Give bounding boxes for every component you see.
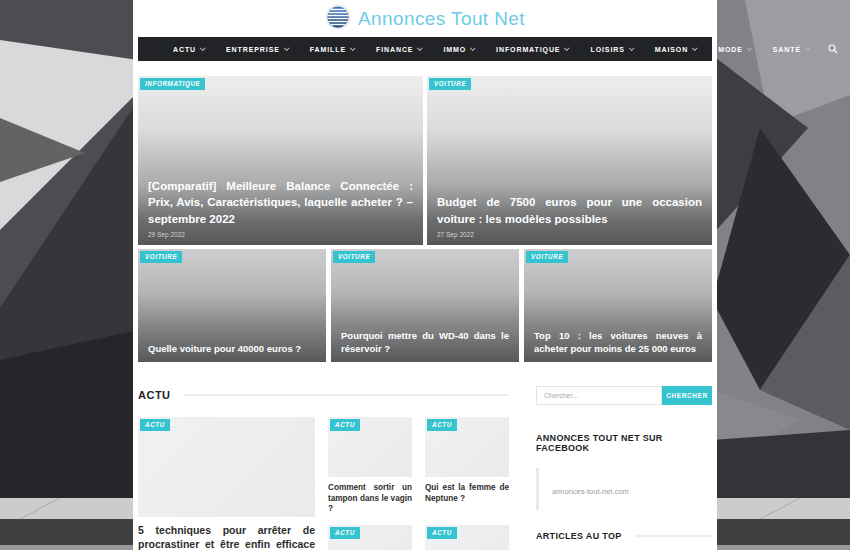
- featured-row-large: INFORMATIQUE [Comparatif] Meilleure Bala…: [138, 76, 712, 245]
- facebook-heading-row: ANNONCES TOUT NET SUR FACEBOOK: [536, 433, 712, 453]
- article-title[interactable]: 5 techniques pour arrêter de procrastine…: [138, 524, 315, 550]
- actu-article[interactable]: ACTU Comment sortir un tampon dans le va…: [328, 417, 412, 515]
- article-image: ACTU: [425, 525, 509, 550]
- article-image: ACTU: [328, 417, 412, 477]
- section-title: ACTU: [138, 389, 171, 401]
- nav-item-mode[interactable]: MODE: [707, 37, 762, 61]
- heading-divider: [184, 394, 509, 396]
- category-badge[interactable]: VOITURE: [333, 251, 375, 263]
- article-title[interactable]: Budget de 7500 euros pour une occasion v…: [437, 194, 702, 227]
- category-badge[interactable]: VOITURE: [526, 251, 568, 263]
- actu-article[interactable]: ACTU: [328, 525, 412, 550]
- category-badge[interactable]: VOITURE: [429, 78, 471, 90]
- chevron-down-icon: [350, 45, 356, 51]
- search-icon[interactable]: [820, 37, 846, 61]
- facebook-link[interactable]: annonces-tout-net.com: [552, 487, 629, 496]
- content-column: Annonces Tout Net ACTU ENTREPRISE FAMILL…: [133, 0, 717, 550]
- category-badge[interactable]: VOITURE: [140, 251, 182, 263]
- site-title[interactable]: Annonces Tout Net: [358, 8, 525, 30]
- chevron-down-icon: [747, 45, 753, 51]
- category-badge[interactable]: ACTU: [427, 419, 457, 431]
- chevron-down-icon: [564, 45, 570, 51]
- sidebar-heading: ARTICLES AU TOP: [536, 531, 622, 541]
- chevron-down-icon: [805, 45, 811, 51]
- chevron-down-icon: [629, 45, 635, 51]
- featured-row-small: VOITURE Quelle voiture pour 40000 euros …: [138, 249, 712, 362]
- category-badge[interactable]: ACTU: [427, 527, 457, 539]
- actu-heading-row: ACTU: [138, 388, 509, 402]
- article-title[interactable]: Qui est la femme de Neptune ?: [425, 483, 509, 504]
- sidebar: CHERCHER ANNONCES TOUT NET SUR FACEBOOK …: [536, 376, 712, 550]
- nav-item-maison[interactable]: MAISON: [644, 37, 707, 61]
- heading-divider: [635, 535, 712, 537]
- featured-article[interactable]: INFORMATIQUE [Comparatif] Meilleure Bala…: [138, 76, 423, 245]
- article-title[interactable]: Quelle voiture pour 40000 euros ?: [148, 342, 316, 355]
- article-title[interactable]: Pourquoi mettre du WD-40 dans le réservo…: [341, 329, 509, 355]
- nav-item-loisirs[interactable]: LOISIRS: [579, 37, 643, 61]
- article-title[interactable]: Top 10 : les voitures neuves à acheter p…: [534, 329, 702, 355]
- category-badge[interactable]: INFORMATIQUE: [140, 78, 205, 90]
- article-image: ACTU: [328, 525, 412, 550]
- article-image: ACTU: [425, 417, 509, 477]
- site-header: Annonces Tout Net: [138, 0, 712, 37]
- category-badge[interactable]: ACTU: [330, 419, 360, 431]
- actu-lead-article[interactable]: ACTU 5 techniques pour arrêter de procra…: [138, 417, 315, 550]
- featured-article[interactable]: VOITURE Top 10 : les voitures neuves à a…: [524, 249, 712, 362]
- nav-item-entreprise[interactable]: ENTREPRISE: [215, 37, 299, 61]
- search-input[interactable]: [536, 386, 662, 405]
- nav-item-immo[interactable]: IMMO: [432, 37, 485, 61]
- chevron-down-icon: [200, 45, 206, 51]
- actu-article[interactable]: ACTU Qui est la femme de Neptune ?: [425, 417, 509, 515]
- nav-item-actu[interactable]: ACTU: [162, 37, 215, 61]
- featured-article[interactable]: VOITURE Pourquoi mettre du WD-40 dans le…: [331, 249, 519, 362]
- nav-item-finance[interactable]: FINANCE: [365, 37, 432, 61]
- nav-item-sante[interactable]: SANTÉ: [762, 37, 820, 61]
- search-submit-button[interactable]: CHERCHER: [662, 386, 712, 405]
- main-navigation: ACTU ENTREPRISE FAMILLE FINANCE IMMO INF…: [138, 37, 712, 61]
- article-date: 27 Sep 2022: [437, 231, 702, 238]
- actu-section: ACTU ACTU 5 techniques pour arrêter de p…: [138, 376, 712, 550]
- article-title[interactable]: [Comparatif] Meilleure Balance Connectée…: [148, 178, 413, 228]
- chevron-down-icon: [692, 45, 698, 51]
- top-articles-heading-row: ARTICLES AU TOP: [536, 531, 712, 541]
- chevron-down-icon: [417, 45, 423, 51]
- nav-item-informatique[interactable]: INFORMATIQUE: [485, 37, 579, 61]
- chevron-down-icon: [470, 45, 476, 51]
- article-date: 29 Sep 2022: [148, 231, 413, 238]
- sidebar-search: CHERCHER: [536, 386, 712, 405]
- article-title[interactable]: Comment sortir un tampon dans le vagin ?: [328, 483, 412, 515]
- actu-main-column: ACTU ACTU 5 techniques pour arrêter de p…: [138, 376, 509, 550]
- chevron-down-icon: [284, 45, 290, 51]
- facebook-widget: annonces-tout-net.com: [536, 468, 712, 510]
- globe-logo-icon[interactable]: [325, 4, 351, 34]
- actu-article[interactable]: ACTU: [425, 525, 509, 550]
- article-image: ACTU: [138, 417, 315, 517]
- featured-article[interactable]: VOITURE Quelle voiture pour 40000 euros …: [138, 249, 326, 362]
- nav-item-famille[interactable]: FAMILLE: [299, 37, 365, 61]
- sidebar-heading: ANNONCES TOUT NET SUR FACEBOOK: [536, 433, 699, 453]
- category-badge[interactable]: ACTU: [330, 527, 360, 539]
- category-badge[interactable]: ACTU: [140, 419, 170, 431]
- featured-article[interactable]: VOITURE Budget de 7500 euros pour une oc…: [427, 76, 712, 245]
